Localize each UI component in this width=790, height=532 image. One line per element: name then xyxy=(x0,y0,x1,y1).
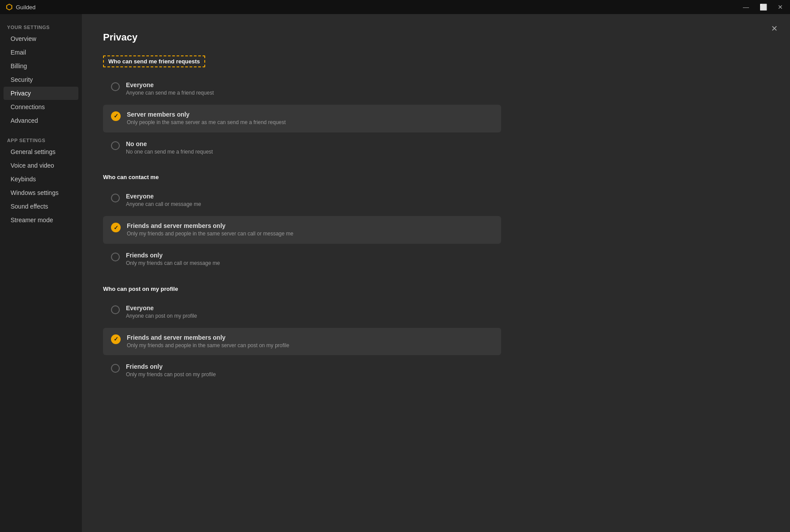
option-desc-fr-noone: No one can send me a friend request xyxy=(126,148,493,156)
radio-p-everyone xyxy=(111,305,120,314)
section-header-friend-requests: Who can send me friend requests xyxy=(103,55,205,67)
sidebar-item-privacy[interactable]: Privacy xyxy=(4,87,78,100)
option-label-p-friends: Friends only xyxy=(126,363,493,370)
radio-fr-noone xyxy=(111,141,120,150)
option-text-fr-everyone: Everyone Anyone can send me a friend req… xyxy=(126,81,493,97)
option-text-p-friends: Friends only Only my friends can post on… xyxy=(126,363,493,378)
app-logo: Guilded xyxy=(5,3,36,11)
option-label-fr-server: Server members only xyxy=(127,111,493,118)
option-desc-c-friends: Only my friends can call or message me xyxy=(126,260,493,267)
sidebar-item-general[interactable]: General settings xyxy=(4,145,78,158)
page-close-button[interactable]: ✕ xyxy=(769,23,779,34)
option-label-c-friends: Friends only xyxy=(126,252,493,259)
option-c-friends-server[interactable]: Friends and server members only Only my … xyxy=(103,216,501,244)
option-text-c-friends: Friends only Only my friends can call or… xyxy=(126,252,493,267)
minimize-button[interactable]: — xyxy=(741,3,751,11)
radio-c-everyone xyxy=(111,194,120,202)
option-label-p-friends-server: Friends and server members only xyxy=(127,334,493,341)
option-p-friends-server[interactable]: Friends and server members only Only my … xyxy=(103,328,501,356)
option-desc-c-everyone: Anyone can call or message me xyxy=(126,201,493,208)
sidebar-item-voice[interactable]: Voice and video xyxy=(4,159,78,172)
option-text-p-friends-server: Friends and server members only Only my … xyxy=(127,334,493,349)
your-settings-label: Your settings xyxy=(0,21,82,32)
content-area: Privacy ✕ Who can send me friend request… xyxy=(82,14,790,532)
sidebar-item-overview[interactable]: Overview xyxy=(4,32,78,45)
app-settings-label: App settings xyxy=(0,134,82,145)
option-desc-fr-server: Only people in the same server as me can… xyxy=(127,119,493,126)
sidebar-item-email[interactable]: Email xyxy=(4,46,78,59)
sidebar-item-billing[interactable]: Billing xyxy=(4,59,78,73)
option-text-fr-server: Server members only Only people in the s… xyxy=(127,111,493,126)
sidebar: Your settings Overview Email Billing Sec… xyxy=(0,14,82,532)
sidebar-item-security[interactable]: Security xyxy=(4,73,78,86)
option-desc-fr-everyone: Anyone can send me a friend request xyxy=(126,89,493,97)
option-desc-p-friends-server: Only my friends and people in the same s… xyxy=(127,342,493,349)
titlebar: Guilded — ⬜ ✕ xyxy=(0,0,790,14)
sidebar-item-connections[interactable]: Connections xyxy=(4,100,78,114)
section-header-contact: Who can contact me xyxy=(103,174,501,180)
page-title: Privacy xyxy=(103,32,501,43)
option-fr-noone[interactable]: No one No one can send me a friend reque… xyxy=(103,134,501,162)
window-controls: — ⬜ ✕ xyxy=(741,3,785,11)
sidebar-item-sound[interactable]: Sound effects xyxy=(4,200,78,213)
app-body: Your settings Overview Email Billing Sec… xyxy=(0,14,790,532)
content-inner: Privacy ✕ Who can send me friend request… xyxy=(82,14,522,404)
option-text-p-everyone: Everyone Anyone can post on my profile xyxy=(126,305,493,320)
guilded-logo-icon xyxy=(5,3,13,11)
radio-fr-everyone xyxy=(111,82,120,91)
radio-c-friends xyxy=(111,253,120,261)
close-window-button[interactable]: ✕ xyxy=(776,3,785,11)
option-label-c-friends-server: Friends and server members only xyxy=(127,222,493,229)
option-desc-p-friends: Only my friends can post on my profile xyxy=(126,371,493,378)
option-text-c-friends-server: Friends and server members only Only my … xyxy=(127,222,493,238)
option-label-p-everyone: Everyone xyxy=(126,305,493,312)
option-text-fr-noone: No one No one can send me a friend reque… xyxy=(126,140,493,156)
section-header-post-profile: Who can post on my profile xyxy=(103,286,501,292)
option-c-everyone[interactable]: Everyone Anyone can call or message me xyxy=(103,187,501,214)
option-label-fr-everyone: Everyone xyxy=(126,81,493,88)
option-desc-p-everyone: Anyone can post on my profile xyxy=(126,312,493,320)
radio-p-friends xyxy=(111,364,120,373)
option-fr-server[interactable]: Server members only Only people in the s… xyxy=(103,105,501,132)
option-fr-everyone[interactable]: Everyone Anyone can send me a friend req… xyxy=(103,75,501,103)
sidebar-item-streamer[interactable]: Streamer mode xyxy=(4,213,78,227)
option-c-friends[interactable]: Friends only Only my friends can call or… xyxy=(103,246,501,273)
checkmark-fr-server xyxy=(111,111,121,121)
checkmark-c-friends-server xyxy=(111,223,121,232)
maximize-button[interactable]: ⬜ xyxy=(758,3,769,11)
option-label-fr-noone: No one xyxy=(126,140,493,147)
option-desc-c-friends-server: Only my friends and people in the same s… xyxy=(127,230,493,238)
option-p-everyone[interactable]: Everyone Anyone can post on my profile xyxy=(103,298,501,326)
app-name: Guilded xyxy=(16,4,36,11)
sidebar-item-advanced[interactable]: Advanced xyxy=(4,114,78,127)
option-label-c-everyone: Everyone xyxy=(126,193,493,200)
option-text-c-everyone: Everyone Anyone can call or message me xyxy=(126,193,493,208)
option-p-friends[interactable]: Friends only Only my friends can post on… xyxy=(103,357,501,385)
sidebar-item-keybinds[interactable]: Keybinds xyxy=(4,172,78,186)
sidebar-item-windows[interactable]: Windows settings xyxy=(4,186,78,199)
checkmark-p-friends-server xyxy=(111,334,121,344)
